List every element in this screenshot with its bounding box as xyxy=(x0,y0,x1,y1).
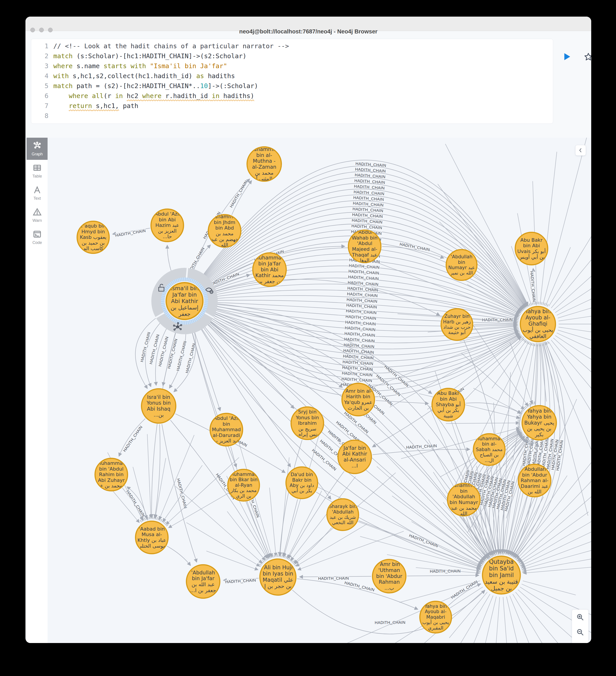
code-line[interactable]: match path = (s2)-[hc2:HADITH_CHAIN*..10… xyxy=(53,81,289,91)
graph-node-ismail[interactable]: Isma'il bin Ja'far bin Abi Kathir إسماعي… xyxy=(166,282,203,320)
graph-node-muthna[interactable]: Muhammad bin al-Muthna - al-Zaman محمد ب… xyxy=(246,146,282,182)
sidebar-item-graph[interactable]: Graph xyxy=(26,138,48,160)
line-number: 8 xyxy=(31,111,49,121)
graph-node-abdullahJafar[interactable]: 'Abdullah bin Ja'far عبد الله بن جعفر بن… xyxy=(186,564,221,599)
line-number: 3 xyxy=(31,61,49,71)
line-number: 2 xyxy=(31,51,49,61)
node-caption: Da'ud bin Bakr bin Aby داود بن بكر بن أب… xyxy=(288,472,316,493)
sidebar-item-code[interactable]: Code xyxy=(26,226,48,248)
node-caption: 'Abdullah bin Numayr عبد الله بن نمير xyxy=(448,254,475,276)
code-line[interactable]: return s,hc1, path xyxy=(53,101,289,111)
graph-node-daud[interactable]: Da'ud bin Bakr bin Aby داود بن بكر بن أب… xyxy=(286,466,318,499)
run-play-icon[interactable] xyxy=(562,52,571,61)
graph-node-aabad[interactable]: 'Aabad bin Musa al-Khtly عباد بن موسى ال… xyxy=(135,521,169,554)
editor-actions xyxy=(562,52,591,61)
node-caption: Isma'il bin Ja'far bin Abi Kathir إسماعي… xyxy=(168,285,201,317)
graph-canvas[interactable]: HADITH_CHAINHADITH_CHAINHADITH_CHAINHADI… xyxy=(48,138,591,643)
graph-node-jhdm[interactable]: Muhammad bin Jhdm bin Abd محمد بن جهضم ب… xyxy=(208,214,241,248)
cypher-editor[interactable]: 12345678 // <!-- Look at the hadit chain… xyxy=(31,39,553,124)
node-caption: 'Abdullah bin Ja'far عبد الله بن جعفر بن… xyxy=(188,570,218,594)
node-caption: 'Abdul Wahab bin 'Abdul Majeed al-Thaqaf… xyxy=(350,230,379,263)
node-caption: Muhammad bin al-Muthna - al-Zaman محمد ب… xyxy=(249,146,280,182)
node-caption: Muhammad bin Ja'far bin Abi Kathir محمد … xyxy=(254,255,285,284)
node-caption: Abu Bakr bin Abi Shayba أبو بكر بن أبي ش… xyxy=(434,390,463,419)
node-caption: Abu Bakr bin Abi Uvais أبو بكر بن أبي أو… xyxy=(517,237,546,260)
graph-node-sharayk[interactable]: Sharayk bin 'Abdullah شريك بن عبد الله ا… xyxy=(326,498,359,531)
graph-node-alihujr[interactable]: 'Ali bin Hujr bin Iyas bin Maqatil علي ب… xyxy=(259,558,297,596)
node-caption: Ja'far bin Abi Kathir al-Ansari ا... xyxy=(340,445,370,469)
zoom-controls xyxy=(572,609,589,643)
sidebar-item-text[interactable]: Text xyxy=(26,182,48,204)
line-number: 1 xyxy=(31,41,49,51)
sidebar-collapse-button[interactable] xyxy=(575,145,586,156)
screenshot-stage: neo4j@bolt://localhost:7687/neo4j - Neo4… xyxy=(0,0,616,676)
graph-node-numayr1[interactable]: 'Abdullah bin Numayr عبد الله بن نمير xyxy=(446,249,478,281)
graph-node-amrUthman[interactable]: 'Amr bin 'Uthman bin 'Abdur Rahman ب... xyxy=(372,559,407,594)
code-line[interactable]: with s,hc1,s2,collect(hc1.hadith_id) as … xyxy=(53,71,289,81)
editor-body[interactable]: 12345678 // <!-- Look at the hadit chain… xyxy=(31,39,553,121)
code-lines[interactable]: // <!-- Look at the hadit chains of a pa… xyxy=(49,41,289,121)
graph-node-qutayba[interactable]: Qutayba bin Sa'id bin Jamil قتيبة بن سعي… xyxy=(482,556,521,595)
graph-node-shayba[interactable]: Abu Bakr bin Abi Shayba أبو بكر بن أبي ش… xyxy=(431,388,465,421)
node-caption: Qutayba bin Sa'id bin Jamil قتيبة بن سعي… xyxy=(484,558,518,592)
graph-node-bkar[interactable]: Muhammad bin Bkar bin al-Ryan محمد بن بك… xyxy=(227,469,260,502)
graph-node-amrharith[interactable]: 'Amr bin al-Harith bin Ya'qub عمرو بن ال… xyxy=(342,383,375,416)
code-line[interactable]: match (s:Scholar)-[hc1:HADITH_CHAIN]->(s… xyxy=(53,51,289,61)
sidebar-item-label: Code xyxy=(32,240,42,245)
graph-node-maqabri[interactable]: Yahya bin Ayoub al-Maqabri يحيى بن أيوب … xyxy=(419,601,452,633)
node-caption: 'Abdul 'Aziz bin Abi Hazim عبد العزيز بن… xyxy=(153,211,182,239)
node-caption: 'Abdullah bin 'Abdur Rahman al-Daarimi ع… xyxy=(520,466,549,495)
code-line[interactable] xyxy=(53,111,289,121)
sidebar-item-label: Table xyxy=(32,174,42,179)
graph-node-mjafar[interactable]: Muhammad bin Ja'far bin Abi Kathir محمد … xyxy=(252,252,287,287)
node-caption: Yahya bin Ayoub al-Ghafiqi يحيى بن أيوب … xyxy=(522,308,554,339)
graph-node-numayr2[interactable]: Muhammad bin 'Abdullah bin Numayr محمد ب… xyxy=(447,483,481,516)
node-caption: Muhammad bin 'Abdul Rahim bin Abi Zuhayr… xyxy=(97,460,126,489)
line-number: 7 xyxy=(31,101,49,111)
node-caption: Yahya bin Ayoub al-Maqabri يحيى بن أيوب … xyxy=(422,604,450,631)
favorite-star-icon[interactable] xyxy=(584,52,591,61)
node-caption: 'Abdul 'Aziz bin Muhammad al-Daruradi عب… xyxy=(212,415,241,444)
graph-node-zuhayr[interactable]: Zuhayr bin Harb زهير بن حرب بن شداد أبو … xyxy=(440,308,473,341)
node-caption: Muhammad bin Bkar bin al-Ryan محمد بن بك… xyxy=(230,472,257,499)
graph-node-israil[interactable]: Isra'il bin Yonus bin Abi Ishaq بن... xyxy=(141,388,176,424)
graph-node-bukayr[interactable]: Yahya bin Yahya bin Bukayr يحيى بن يحيى … xyxy=(521,405,557,441)
graph-node-yaqub[interactable]: Y'aqub bin Hmyd bin Kasb يعقوب بن حميد ب… xyxy=(76,221,110,254)
graph-node-daruradi[interactable]: 'Abdul 'Aziz bin Muhammad al-Daruradi عب… xyxy=(209,413,243,446)
line-number: 6 xyxy=(31,91,49,101)
node-caption: Zuhayr bin Harb زهير بن حرب بن شداد أبو … xyxy=(443,314,471,335)
query-frame: 12345678 // <!-- Look at the hadit chain… xyxy=(25,31,591,643)
graph-node-sryj[interactable]: Sryj bin Yonus bin Ibrahim سريج بن يونس … xyxy=(291,406,324,440)
line-number: 5 xyxy=(31,81,49,91)
graph-node-daarimi[interactable]: 'Abdullah bin 'Abdur Rahman al-Daarimi ع… xyxy=(518,464,551,497)
graph-node-jafarAnsari[interactable]: Ja'far bin Abi Kathir al-Ansari ا... xyxy=(337,440,372,474)
node-caption: 'Amr bin 'Uthman bin 'Abdur Rahman ب... xyxy=(374,561,404,591)
sidebar-item-label: Graph xyxy=(32,152,43,157)
graph-node-azizHazim[interactable]: 'Abdul 'Aziz bin Abi Hazim عبد العزيز بن… xyxy=(150,209,184,242)
code-line[interactable]: where all(r in hc2 where r.hadith_id in … xyxy=(53,91,289,101)
zoom-in-icon[interactable] xyxy=(576,613,584,621)
node-caption: Muhammad bin 'Abdullah bin Numayr محمد ب… xyxy=(449,483,478,516)
graph-node-ghafiqi[interactable]: Yahya bin Ayoub al-Ghafiqi يحيى بن أيوب … xyxy=(520,306,556,342)
code-line[interactable]: where s.name starts with "Isma'il bin Ja… xyxy=(53,61,289,71)
result-view-sidebar: GraphTableTextWarnCode xyxy=(26,138,48,643)
node-caption: 'Amr bin al-Harith bin Ya'qub عمرو بن ال… xyxy=(344,388,373,411)
graph-node-wahab[interactable]: 'Abdul Wahab bin 'Abdul Majeed al-Thaqaf… xyxy=(348,230,381,263)
sidebar-item-label: Text xyxy=(34,196,41,201)
graph-node-abdulRahim[interactable]: Muhammad bin 'Abdul Rahim bin Abi Zuhayr… xyxy=(95,458,128,491)
zoom-out-icon[interactable] xyxy=(576,628,584,636)
line-number: 4 xyxy=(31,71,49,81)
graph-node-sabah[interactable]: Muhammad bin al-Sabah محمد بن الصباح ال.… xyxy=(473,433,506,466)
sidebar-item-label: Warn xyxy=(33,218,42,223)
node-caption: Muhammad bin al-Sabah محمد بن الصباح ال.… xyxy=(475,436,503,463)
node-caption: Muhammad bin Jhdm bin Abd محمد بن جهضم ب… xyxy=(210,214,239,248)
code-line[interactable]: // <!-- Look at the hadit chains of a pa… xyxy=(53,41,289,51)
graph-node-uvais[interactable]: Abu Bakr bin Abi Uvais أبو بكر بن أبي أو… xyxy=(515,232,548,265)
window-titlebar: neo4j@bolt://localhost:7687/neo4j - Neo4… xyxy=(25,17,591,31)
graph-nodes-layer: Muhammad bin al-Muthna - al-Zaman محمد ب… xyxy=(48,138,591,643)
sidebar-item-table[interactable]: Table xyxy=(26,160,48,182)
node-caption: Sharayk bin 'Abdullah شريك بن عبد الله ا… xyxy=(329,504,357,525)
node-caption: Y'aqub bin Hmyd bin Kasb يعقوب بن حميد ب… xyxy=(79,223,107,251)
node-caption: Yahya bin Yahya bin Bukayr يحيى بن يحيى … xyxy=(524,408,554,437)
sidebar-item-warn[interactable]: Warn xyxy=(26,204,48,226)
